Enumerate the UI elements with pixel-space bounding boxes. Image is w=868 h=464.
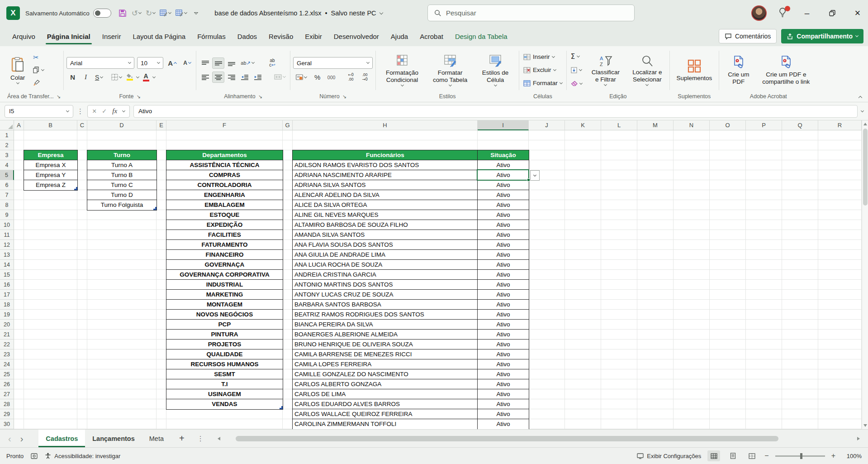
table-departamentos-cell[interactable]: INDUSTRIAL [166,279,283,289]
table-situacao-cell[interactable]: Ativo [478,409,529,419]
table-situacao-cell[interactable]: Ativo [478,299,529,309]
table-funcionarios-cell[interactable]: ALTAMIRO BARBOSA DE SOUZA FILHO [293,220,478,230]
zoom-level[interactable]: 100% [842,453,862,459]
create-pdf-button[interactable]: Crie um PDF [722,54,755,86]
tab-exibir[interactable]: Exibir [299,26,328,46]
row-header-3[interactable]: 3 [0,150,14,160]
row-header-6[interactable]: 6 [0,180,14,190]
sheet-tab-cadastros[interactable]: Cadastros [38,430,85,447]
table-funcionarios-cell[interactable]: ADRIANA NASCIMENTO ARARIPE [293,170,478,180]
table-situacao-header[interactable]: Situação [478,150,529,160]
horizontal-scrollbar[interactable] [218,435,860,442]
table-funcionarios-cell[interactable]: AMANDA SILVA SANTOS [293,230,478,239]
cell-dropdown-button[interactable] [530,170,540,181]
decrease-decimal-button[interactable]: .00→0 [359,72,371,83]
excel-logo-icon[interactable]: X [6,6,20,20]
table-departamentos-cell[interactable]: GOVERNAÇA [166,259,283,269]
table-situacao-cell[interactable]: Ativo [478,279,529,289]
table-funcionarios-cell[interactable]: CAROLINA ZIMMERMANN TOFFOLI [293,419,478,429]
table-funcionarios-cell[interactable]: ANA GIULIA DE ANDRADE LIMA [293,249,478,259]
table-funcionarios-cell[interactable]: CAMILA LOPES FERREIRA [293,359,478,369]
underline-button[interactable]: S [93,72,105,83]
scroll-up-arrow[interactable] [862,120,868,128]
increase-indent-button[interactable] [251,72,264,83]
row-header-17[interactable]: 17 [0,290,14,300]
restore-button[interactable] [825,6,839,20]
save-button[interactable] [117,6,128,20]
display-settings-button[interactable]: Exibir Configurações [637,453,701,459]
vertical-scroll-thumb[interactable] [863,129,868,206]
table-situacao-cell[interactable]: Ativo [478,399,529,409]
table-resize-handle[interactable] [280,406,283,409]
normal-view-button[interactable] [707,450,720,461]
table-situacao-cell[interactable]: Ativo [478,359,529,369]
table-situacao-cell[interactable]: Ativo [478,389,529,399]
table-funcionarios-cell[interactable]: ALINE GIL NEVES MARQUES [293,210,478,220]
column-header-g[interactable]: G [283,120,293,130]
undo-button[interactable]: ↺ [130,6,142,20]
row-header-18[interactable]: 18 [0,300,14,310]
table-funcionarios-cell[interactable]: CAMILA BARRENSE DE MENEZES RICCI [293,349,478,359]
expand-formula-bar-button[interactable] [861,109,864,112]
table-situacao-cell[interactable]: Ativo [478,419,529,429]
sheet-tab-meta[interactable]: Meta [142,430,171,447]
table-funcionarios-cell[interactable]: BOANERGES ALBERIONE ALMEIDA [293,329,478,339]
row-header-21[interactable]: 21 [0,330,14,340]
tab-arquivo[interactable]: Arquivo [6,26,41,46]
font-size-select[interactable]: 10 [137,57,163,69]
row-header-10[interactable]: 10 [0,220,14,230]
row-header-26[interactable]: 26 [0,379,14,389]
bold-button[interactable]: N [66,72,79,83]
scroll-left-arrow[interactable] [218,437,220,440]
table-resize-handle[interactable] [74,187,77,190]
column-header-j[interactable]: J [529,120,565,130]
tab-dados[interactable]: Dados [232,26,263,46]
column-header-l[interactable]: L [601,120,637,130]
tab-design-da-tabela[interactable]: Design da Tabela [449,26,513,46]
clear-button[interactable] [569,78,583,89]
row-header-4[interactable]: 4 [0,160,14,170]
table-departamentos-cell[interactable]: VENDAS [166,399,283,409]
table-departamentos-cell[interactable]: EXPEDIÇÃO [166,220,283,230]
namebox-resize-handle[interactable]: ⋮ [77,107,84,115]
copy-button[interactable] [32,64,45,76]
table-departamentos-cell[interactable]: RECURSOS HUMANOS [166,359,283,369]
collapse-ribbon-button[interactable] [859,96,862,100]
row-header-9[interactable]: 9 [0,210,14,220]
row-header-27[interactable]: 27 [0,389,14,399]
table-situacao-cell[interactable]: Ativo [478,349,529,359]
table-situacao-cell[interactable]: Ativo [478,339,529,349]
cell-styles-button[interactable]: Estilos de Célula [474,53,516,86]
row-header-7[interactable]: 7 [0,190,14,200]
column-header-n[interactable]: N [674,120,710,130]
table-situacao-cell[interactable]: Ativo [478,200,529,210]
table-situacao-cell[interactable]: Ativo [478,259,529,269]
table-situacao-cell[interactable]: Ativo [478,220,529,230]
tab-revisao[interactable]: Revisão [263,26,299,46]
next-sheet-button[interactable]: › [17,434,27,443]
paste-button[interactable]: Colar [7,55,28,85]
scroll-right-arrow[interactable] [857,437,860,440]
cancel-formula-icon[interactable]: × [92,107,96,115]
column-header-i[interactable]: I [478,120,529,130]
tab-inserir[interactable]: Inserir [96,26,127,46]
table-funcionarios-cell[interactable]: CARLOS ALBERTO GONZAGA [293,379,478,389]
find-select-button[interactable]: Localizar e Selecionar [628,53,667,86]
row-header-23[interactable]: 23 [0,349,14,359]
column-header-f[interactable]: F [166,120,283,130]
align-right-button[interactable] [225,72,237,83]
table-funcionarios-cell[interactable]: ADILSON RAMOS EVARISTO DOS SANTOS [293,160,478,170]
table-situacao-cell[interactable]: Ativo [478,369,529,379]
column-header-e[interactable]: E [157,120,166,130]
table-situacao-cell[interactable]: Ativo [478,329,529,339]
page-layout-view-button[interactable] [726,450,739,461]
table-departamentos-cell[interactable]: USINAGEM [166,389,283,399]
decrease-indent-button[interactable] [238,72,251,83]
table-departamentos-cell[interactable]: ESTOQUE [166,210,283,220]
table-funcionarios-cell[interactable]: CARLOS WALLACE QUEIROZ FERREIRA [293,409,478,419]
table-funcionarios-cell[interactable]: ANA FLAVIA SOUSA DOS SANTOS [293,239,478,249]
number-dialog-launcher[interactable]: ↘ [342,94,346,100]
borders-button[interactable] [110,72,123,83]
table-departamentos-cell[interactable]: ENGENHARIA [166,190,283,200]
conditional-formatting-button[interactable]: Formatação Condicional [379,53,426,86]
